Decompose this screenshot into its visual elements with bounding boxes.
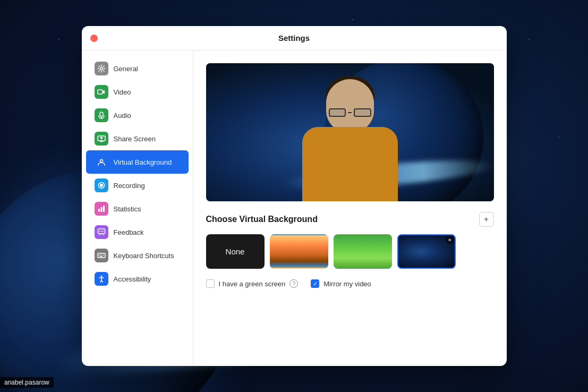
checkboxes-row: I have a green screen ? Mirror my video xyxy=(206,279,494,288)
svg-point-6 xyxy=(100,184,103,187)
svg-rect-2 xyxy=(100,112,103,116)
virtual-background-icon xyxy=(95,155,108,169)
bg-option-none[interactable]: None xyxy=(206,234,265,269)
choose-title: Choose Virtual Background xyxy=(206,215,318,224)
audio-label: Audio xyxy=(114,112,131,120)
green-screen-label: I have a green screen xyxy=(219,280,286,288)
choose-section: Choose Virtual Background + None ✕ xyxy=(206,212,494,269)
username-tag: anabel.pasarow xyxy=(0,377,54,388)
accessibility-icon xyxy=(95,272,108,286)
mirror-video-option[interactable]: Mirror my video xyxy=(311,279,371,288)
svg-rect-1 xyxy=(98,90,103,94)
person-jacket xyxy=(302,127,398,201)
svg-point-12 xyxy=(99,231,100,232)
person-glasses xyxy=(329,108,371,117)
svg-point-14 xyxy=(103,231,104,232)
sidebar-item-video[interactable]: Video xyxy=(86,80,189,104)
audio-icon xyxy=(95,108,108,122)
choose-header: Choose Virtual Background + xyxy=(206,212,494,227)
green-screen-option[interactable]: I have a green screen ? xyxy=(206,279,299,288)
main-content: Choose Virtual Background + None ✕ xyxy=(193,50,507,366)
dialog-titlebar: Settings xyxy=(82,26,507,50)
glasses-bridge xyxy=(348,112,352,113)
close-button[interactable] xyxy=(90,35,98,42)
svg-point-5 xyxy=(100,160,103,163)
sidebar-item-audio[interactable]: Audio xyxy=(86,104,189,127)
feedback-label: Feedback xyxy=(114,228,144,236)
sidebar-item-statistics[interactable]: Statistics xyxy=(86,197,189,220)
video-icon xyxy=(95,85,108,99)
feedback-icon xyxy=(95,225,108,239)
general-icon xyxy=(95,62,108,75)
glasses-left xyxy=(329,108,346,117)
settings-dialog: Settings General xyxy=(82,26,507,366)
svg-rect-17 xyxy=(100,255,101,256)
sidebar-item-virtual-background[interactable]: Virtual Background xyxy=(86,150,189,174)
virtual-background-label: Virtual Background xyxy=(114,158,172,166)
sidebar-item-keyboard-shortcuts[interactable]: Keyboard Shortcuts xyxy=(86,244,189,267)
accessibility-label: Accessibility xyxy=(114,275,151,283)
none-label: None xyxy=(226,247,245,256)
sidebar-item-feedback[interactable]: Feedback xyxy=(86,220,189,244)
statistics-label: Statistics xyxy=(114,205,141,213)
mirror-video-label: Mirror my video xyxy=(323,280,371,288)
recording-icon xyxy=(95,178,108,192)
dialog-body: General Video xyxy=(82,50,507,366)
bg-option-space[interactable]: ✕ xyxy=(397,234,456,269)
svg-rect-9 xyxy=(100,207,102,212)
keyboard-shortcuts-icon xyxy=(95,249,108,262)
svg-point-20 xyxy=(100,276,102,277)
keyboard-shortcuts-label: Keyboard Shortcuts xyxy=(114,252,174,260)
svg-point-13 xyxy=(101,231,102,232)
add-background-button[interactable]: + xyxy=(479,212,494,227)
green-screen-help-icon[interactable]: ? xyxy=(289,279,298,288)
share-screen-label: Share Screen xyxy=(114,135,156,143)
sidebar-item-accessibility[interactable]: Accessibility xyxy=(86,267,189,291)
background-options: None ✕ xyxy=(206,234,494,269)
mirror-video-checkbox[interactable] xyxy=(311,279,319,288)
svg-rect-18 xyxy=(103,255,104,256)
recording-label: Recording xyxy=(114,182,145,190)
svg-rect-8 xyxy=(98,209,100,212)
svg-rect-19 xyxy=(99,256,103,257)
person-head xyxy=(326,79,374,132)
sidebar-item-recording[interactable]: Recording xyxy=(86,174,189,197)
dialog-title: Settings xyxy=(278,33,310,42)
statistics-icon xyxy=(95,202,108,216)
share-screen-icon xyxy=(95,132,108,146)
svg-rect-16 xyxy=(99,255,100,256)
green-screen-checkbox[interactable] xyxy=(206,279,215,288)
preview-person xyxy=(292,69,408,201)
remove-background-button[interactable]: ✕ xyxy=(446,236,454,244)
sidebar: General Video xyxy=(82,50,193,366)
svg-point-0 xyxy=(100,67,103,70)
svg-rect-10 xyxy=(103,206,105,212)
sidebar-item-general[interactable]: General xyxy=(86,57,189,80)
general-label: General xyxy=(114,65,138,73)
video-label: Video xyxy=(114,88,131,96)
video-preview xyxy=(206,63,494,201)
sidebar-item-share-screen[interactable]: Share Screen xyxy=(86,127,189,150)
bg-option-bridge[interactable] xyxy=(270,234,328,269)
glasses-right xyxy=(354,108,371,117)
bg-option-grass[interactable] xyxy=(334,234,392,269)
